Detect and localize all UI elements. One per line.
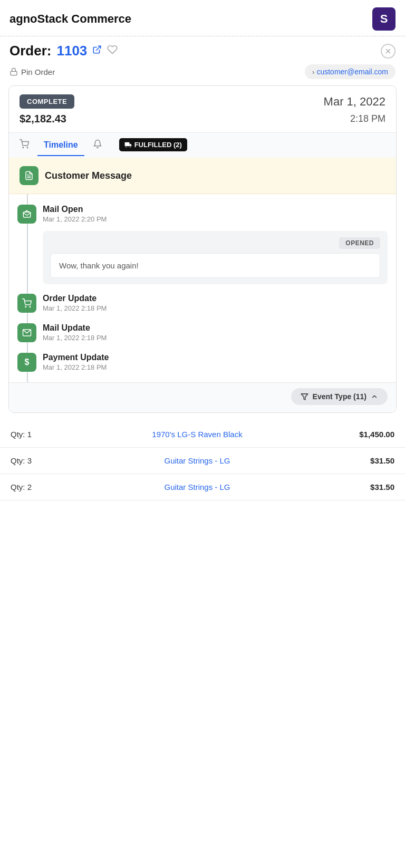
tab-fulfilled[interactable]: FULFILLED (2)	[111, 133, 194, 158]
svg-point-5	[27, 147, 28, 148]
product-row-0: Qty: 1 1970's LG-S Raven Black $1,450.00	[0, 421, 405, 448]
order-update-icon	[17, 294, 36, 313]
product-name-1[interactable]: Guitar Strings - LG	[42, 456, 352, 465]
timeline-container[interactable]: Customer Message Mail Open Mar 1, 2022 2…	[9, 158, 396, 412]
product-price-0: $1,450.00	[352, 430, 394, 439]
chevron-up-icon	[371, 393, 378, 400]
svg-point-4	[23, 147, 24, 148]
svg-point-7	[125, 146, 127, 148]
event-type-filter-label: Event Type (11)	[313, 392, 367, 401]
mail-open-icon	[17, 205, 36, 224]
pin-email-row: Pin Order › customer@email.com	[0, 62, 405, 85]
fulfilled-badge: FULFILLED (2)	[119, 138, 187, 151]
mail-update-title: Mail Update	[43, 323, 388, 333]
pin-order: Pin Order	[9, 67, 55, 76]
order-amount: $2,182.43	[20, 113, 66, 125]
customer-message-title: Customer Message	[45, 170, 132, 181]
order-update-title: Order Update	[43, 294, 388, 303]
tab-cart[interactable]	[13, 134, 35, 157]
product-price-1: $31.50	[352, 456, 394, 465]
payment-update-date: Mar 1, 2022 2:18 PM	[43, 363, 388, 371]
customer-message-event: Customer Message	[9, 158, 396, 194]
svg-line-0	[97, 46, 101, 50]
payment-update-icon: $	[17, 353, 36, 372]
payment-update-info: Payment Update Mar 1, 2022 2:18 PM	[43, 353, 388, 371]
top-header: agnoStack Commerce S	[0, 0, 405, 36]
timeline-item-payment-update: $ Payment Update Mar 1, 2022 2:18 PM	[17, 348, 388, 377]
fulfilled-label: FULFILLED (2)	[134, 141, 182, 149]
timeline-item-mail-update: Mail Update Mar 1, 2022 2:18 PM	[17, 318, 388, 348]
order-label: Order:	[9, 43, 51, 59]
svg-point-8	[129, 146, 131, 148]
timeline-list: Mail Open Mar 1, 2022 2:20 PM OPENED Wow…	[9, 194, 396, 382]
event-type-row: Event Type (11)	[9, 382, 396, 412]
chevron-right-icon: ›	[312, 68, 314, 76]
amount-row: $2,182.43 2:18 PM	[9, 112, 396, 132]
timeline-item-order-update: Order Update Mar 1, 2022 2:18 PM	[17, 288, 388, 318]
svg-rect-6	[124, 142, 129, 146]
mail-open-info: Mail Open Mar 1, 2022 2:20 PM	[43, 205, 388, 223]
mail-message-text: Wow, thank you again!	[59, 261, 139, 270]
svg-point-12	[30, 306, 31, 307]
event-type-filter-button[interactable]: Event Type (11)	[291, 388, 388, 405]
bell-icon	[93, 139, 102, 151]
order-time: 2:18 PM	[350, 113, 385, 124]
app-title: agnoStack Commerce	[9, 12, 131, 26]
customer-email: customer@email.com	[316, 67, 388, 76]
order-title-row: Order: 1103	[0, 36, 405, 62]
order-card: COMPLETE Mar 1, 2022 $2,182.43 2:18 PM T…	[8, 85, 397, 413]
svg-marker-14	[301, 393, 308, 399]
order-number[interactable]: 1103	[56, 43, 87, 59]
external-link-icon[interactable]	[92, 45, 102, 57]
opened-badge-row: OPENED	[50, 237, 380, 249]
customer-email-button[interactable]: › customer@email.com	[305, 64, 396, 79]
status-row: COMPLETE Mar 1, 2022	[9, 86, 396, 112]
product-name-0[interactable]: 1970's LG-S Raven Black	[42, 430, 352, 439]
tab-bell[interactable]	[86, 134, 109, 157]
truck-icon	[124, 141, 132, 149]
status-badge: COMPLETE	[20, 94, 74, 109]
tab-timeline[interactable]: Timeline	[37, 135, 84, 156]
product-row-2: Qty: 2 Guitar Strings - LG $31.50	[0, 474, 405, 500]
timeline-label: Timeline	[44, 140, 78, 150]
product-qty-1: Qty: 3	[11, 456, 42, 465]
product-qty-0: Qty: 1	[11, 430, 42, 439]
lock-icon	[9, 67, 18, 76]
mail-open-card: OPENED Wow, thank you again!	[43, 231, 388, 284]
product-price-2: $31.50	[352, 483, 394, 491]
timeline-item-mail-open: Mail Open Mar 1, 2022 2:20 PM	[17, 199, 388, 229]
order-date: Mar 1, 2022	[324, 95, 385, 109]
payment-update-title: Payment Update	[43, 353, 388, 362]
mail-update-info: Mail Update Mar 1, 2022 2:18 PM	[43, 323, 388, 342]
pin-order-label: Pin Order	[21, 67, 55, 76]
mail-open-date: Mar 1, 2022 2:20 PM	[43, 215, 388, 223]
svg-rect-3	[11, 71, 17, 75]
order-update-info: Order Update Mar 1, 2022 2:18 PM	[43, 294, 388, 312]
svg-point-11	[25, 306, 26, 307]
product-name-2[interactable]: Guitar Strings - LG	[42, 483, 352, 491]
app-avatar: S	[372, 7, 396, 31]
cart-icon	[20, 139, 29, 151]
tabs-row: Timeline FULFILLED (2)	[9, 132, 396, 158]
close-button[interactable]	[381, 44, 396, 59]
customer-message-icon	[20, 166, 38, 185]
mail-content-box: Wow, thank you again!	[50, 253, 380, 278]
order-update-date: Mar 1, 2022 2:18 PM	[43, 304, 388, 312]
product-qty-2: Qty: 2	[11, 483, 42, 491]
filter-icon	[301, 393, 308, 401]
order-title-left: Order: 1103	[9, 43, 118, 59]
mail-open-title: Mail Open	[43, 205, 388, 214]
opened-tag: OPENED	[339, 237, 380, 249]
product-row-1: Qty: 3 Guitar Strings - LG $31.50	[0, 448, 405, 474]
mail-update-icon	[17, 323, 36, 342]
mail-update-date: Mar 1, 2022 2:18 PM	[43, 334, 388, 342]
heart-icon[interactable]	[107, 44, 118, 57]
